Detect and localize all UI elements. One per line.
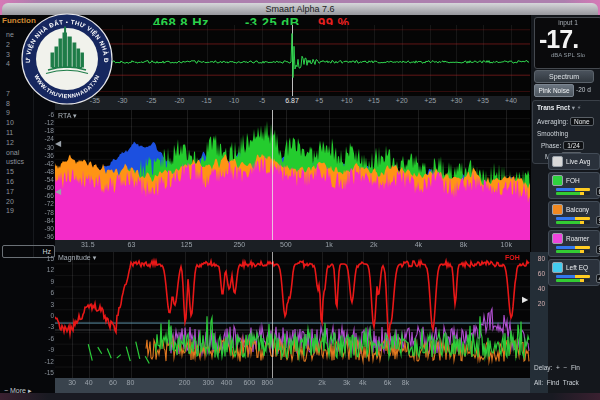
pink-noise-level[interactable]: -20 d [576,86,591,93]
axis-tick-label: 4k [359,379,366,386]
axis-tick-label: 2k [370,241,377,248]
axis-tick-label: 800 [261,379,273,386]
axis-tick-label: 80 [127,379,135,386]
averaging-row[interactable]: Averaging:None [537,117,594,126]
rta-left-arrow2-icon[interactable]: ◀ [55,188,61,196]
axis-tick-label: +20 [396,97,408,104]
legend-level-meters [556,275,597,282]
legend-item-roamer[interactable]: Roamer9. [548,230,600,257]
trace-legend: Live AvgFOH6.Balcony9.Roamer9.Left EQ4. [548,153,600,288]
legend-label: Roamer [566,235,589,242]
delay-find-button[interactable]: Fin [571,364,580,371]
axis-tick-label: -12 [45,119,54,126]
legend-level-meters [556,217,597,224]
rta-x-axis: 31.5631252505001k2k4k8k10k [55,240,530,252]
legend-item-foh[interactable]: FOH6. [548,172,600,199]
pink-noise-button[interactable]: Pink Noise [534,84,574,97]
axis-tick-label: -54 [45,176,54,183]
axis-tick-label: 400 [221,379,233,386]
legend-item-balcony[interactable]: Balcony9. [548,201,600,228]
rta-plot-label[interactable]: RTA ▾ [58,112,76,120]
magnitude-right-arrow-icon[interactable]: ▶ [522,296,528,304]
track-button[interactable]: Track [563,379,579,386]
delay-minus-button[interactable]: − [563,364,567,371]
find-button[interactable]: Find [547,379,560,386]
magnitude-plot-label[interactable]: Magnitude ▾ [58,254,96,262]
trans-fnct-header[interactable]: Trans Fnct ▾ ⚡ [537,104,581,112]
axis-tick-label: 8k [402,379,409,386]
axis-tick-label: 12 [47,266,54,273]
coherence-scale-label: 80 [538,255,545,262]
axis-tick-label: +30 [450,97,462,104]
legend-color-swatch[interactable] [552,262,563,273]
legend-level-meters [556,188,597,195]
axis-tick-label: -10 [229,97,239,104]
legend-label: FOH [566,177,580,184]
axis-tick-label: -96 [45,233,54,240]
magnitude-transfer-plot[interactable] [55,252,530,378]
axis-tick-label: -5 [259,97,265,104]
legend-item-left-eq[interactable]: Left EQ4. [548,259,600,286]
rta-left-arrow-icon[interactable]: ◀ [55,140,61,148]
rta-spectrum-plot[interactable] [55,110,530,240]
legend-color-swatch[interactable] [552,204,563,215]
axis-tick-label: 30 [68,379,76,386]
axis-tick-label: -25 [146,97,156,104]
axis-tick-label: 31.5 [81,241,95,248]
legend-level-meters [556,246,597,253]
impulse-x-axis: -40-35-30-25-20-15-10-56.87+5+10+15+20+2… [55,96,530,110]
coherence-scale-column: 80604020 [530,252,548,393]
delay-plus-button[interactable]: + [556,364,560,371]
axis-tick-label: -66 [45,192,54,199]
trans-fnct-options-icon[interactable]: ▾ ⚡ [572,104,582,111]
axis-tick-label: -30 [45,143,54,150]
legend-label: Left EQ [566,264,588,271]
axis-tick-label: 0 [50,312,54,319]
magnitude-x-axis: 304060802003004006008002k3k4k6k8k [55,378,530,393]
axis-tick-label: -36 [45,151,54,158]
legend-delay-value: 9. [596,216,600,225]
legend-color-swatch[interactable] [552,156,563,167]
spectrum-button[interactable]: Spectrum [534,70,594,83]
legend-color-swatch[interactable] [552,233,563,244]
axis-tick-label: -48 [45,167,54,174]
magnitude-trace-label: FOH [505,254,520,261]
axis-tick-label: 3 [50,300,54,307]
axis-tick-label: 2k [318,379,325,386]
window-title: Smaart Alpha 7.6 [265,4,334,14]
axis-tick-label: -15 [45,369,54,376]
axis-tick-label: 4k [415,241,422,248]
axis-tick-label: 250 [233,241,245,248]
axis-tick-label: 9 [50,277,54,284]
legend-item-live-avg[interactable]: Live Avg [548,153,600,170]
axis-tick-label: -6 [48,111,54,118]
axis-tick-label: -24 [45,135,54,142]
smoothing-label: Smoothing [537,130,568,137]
legend-color-swatch[interactable] [552,175,563,186]
magnitude-y-axis: 15129630-3-6-9-12-15 [36,252,55,378]
phase-smoothing-value: 1/24 [563,141,584,150]
coherence-scale-label: 20 [538,300,545,307]
find-row[interactable]: All: Find Track [534,379,579,386]
averaging-value: None [570,117,594,126]
coherence-scale-label: 40 [538,285,545,292]
bottom-strip [0,393,600,400]
axis-tick-label: -18 [45,127,54,134]
axis-tick-label: 6 [50,289,54,296]
impulse-response-plot[interactable] [55,25,530,96]
axis-tick-label: 63 [128,241,136,248]
axis-tick-label: -90 [45,224,54,231]
axis-tick-label: -3 [48,323,54,330]
axis-tick-label: +15 [368,97,380,104]
input-meter-box: input 1 -17. dBA SPL Slo [534,17,600,69]
delay-row[interactable]: Delay: + − Fin [534,364,580,371]
axis-tick-label: +5 [315,97,323,104]
phase-row[interactable]: Phase:1/24 [541,141,584,150]
axis-tick-label: 15 [47,255,54,262]
axis-tick-label: 40 [85,379,93,386]
spl-value: -17. [535,26,600,52]
axis-tick-label: 125 [181,241,193,248]
legend-delay-value: 6. [596,187,600,196]
legend-label: Live Avg [566,158,590,165]
legend-label: Balcony [566,206,589,213]
